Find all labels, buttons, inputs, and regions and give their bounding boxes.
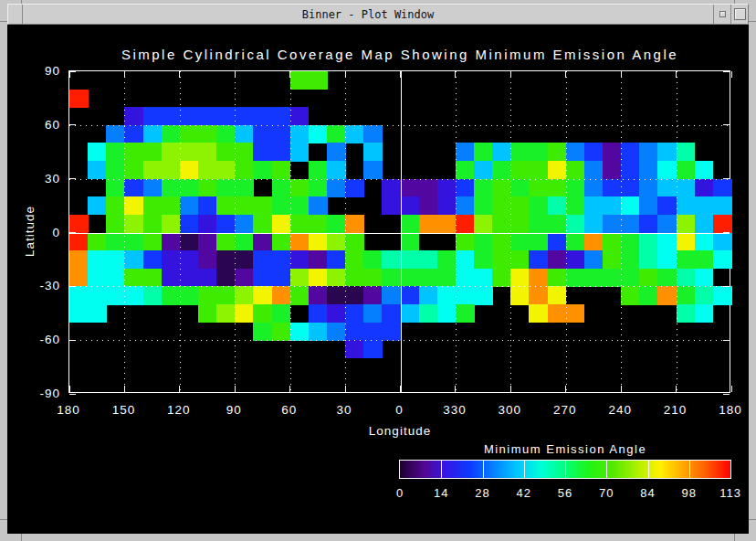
map-cell: [456, 233, 475, 251]
map-cell: [510, 161, 530, 179]
x-tick-label: 300: [499, 403, 522, 417]
map-cell: [548, 250, 567, 269]
map-cell: [639, 179, 658, 197]
map-cell: [548, 196, 567, 215]
map-cell: [198, 125, 217, 143]
map-cell: [677, 143, 696, 161]
frame-corner-mark[interactable]: [749, 21, 756, 22]
map-cell: [162, 179, 181, 197]
y-axis-tick: [723, 340, 730, 341]
map-cell: [235, 107, 254, 125]
map-cell: [290, 250, 310, 269]
map-cell: [529, 250, 548, 269]
map-cell: [272, 107, 291, 125]
map-cell: [529, 143, 548, 161]
map-cell: [713, 179, 732, 197]
y-axis-tick: [69, 394, 76, 395]
frame-corner-mark[interactable]: [21, 534, 22, 541]
map-cell: [124, 250, 143, 269]
map-cell: [124, 286, 143, 304]
colorbar-tick-label: 70: [599, 486, 614, 500]
map-cell: [216, 125, 236, 143]
x-axis-tick: [345, 71, 346, 78]
map-cell: [216, 269, 236, 287]
x-tick-label: 30: [337, 403, 352, 417]
plot-canvas: Simple Cylindrical Coverage Map Showing …: [7, 25, 749, 534]
map-cell: [290, 71, 310, 90]
map-cell: [419, 196, 438, 215]
frame-corner-mark[interactable]: [0, 21, 7, 22]
map-cell: [695, 286, 714, 304]
app-window: Binner - Plot Window Simple Cylindrical …: [0, 0, 756, 541]
map-cell: [657, 215, 677, 233]
map-cell: [695, 179, 714, 197]
map-cell: [456, 215, 475, 233]
map-cell: [272, 304, 291, 323]
map-cell: [492, 196, 511, 215]
map-cell: [401, 196, 420, 215]
map-cell: [309, 323, 328, 341]
map-cell: [437, 215, 457, 233]
map-cell: [327, 215, 346, 233]
map-cell: [235, 215, 254, 233]
x-axis-tick: [510, 71, 511, 78]
window-title: Binner - Plot Window: [23, 5, 713, 24]
map-cell: [290, 269, 310, 287]
map-cell: [235, 179, 254, 197]
y-axis-tick: [69, 286, 76, 287]
map-cell: [309, 250, 328, 269]
map-cell: [382, 286, 401, 304]
map-cell: [584, 269, 604, 287]
map-cell: [198, 286, 217, 304]
x-axis-tick: [455, 386, 456, 392]
colorbar-divider: [606, 461, 607, 478]
map-cell: [657, 161, 677, 179]
frame-corner-mark[interactable]: [749, 519, 756, 520]
map-cell: [566, 304, 585, 323]
y-axis-tick: [69, 124, 76, 125]
x-axis-tick: [731, 386, 732, 392]
map-cell: [162, 269, 181, 287]
titlebar[interactable]: Binner - Plot Window: [7, 4, 749, 25]
map-cell: [198, 143, 217, 161]
x-axis-tick: [676, 386, 677, 392]
y-axis-tick: [723, 71, 730, 72]
map-cell: [584, 161, 604, 179]
map-cell: [657, 196, 677, 215]
map-cell: [235, 304, 254, 323]
x-tick-label: 150: [112, 403, 136, 417]
colorbar-tick-label: 42: [517, 486, 531, 500]
map-cell: [88, 304, 107, 323]
map-cell: [290, 179, 310, 197]
maximize-button[interactable]: [730, 5, 748, 24]
map-cell: [253, 143, 272, 161]
map-cell: [695, 269, 714, 287]
map-cell: [437, 179, 457, 197]
frame-corner-mark[interactable]: [0, 519, 7, 520]
map-cell: [456, 179, 475, 197]
map-cell: [124, 107, 143, 125]
map-cell: [88, 143, 107, 161]
map-cell: [143, 269, 163, 287]
map-cell: [584, 179, 604, 197]
map-cell: [309, 304, 328, 323]
map-cell: [695, 161, 714, 179]
map-cell: [566, 233, 585, 251]
frame-corner-mark[interactable]: [734, 534, 735, 541]
map-cell: [566, 250, 585, 269]
map-cell: [290, 125, 310, 143]
map-cell: [162, 161, 181, 179]
longitude-gridline: [621, 71, 622, 392]
map-cell: [253, 304, 272, 323]
map-cell: [253, 125, 272, 143]
map-cell: [492, 143, 511, 161]
map-cell: [290, 143, 310, 161]
x-tick-label: 90: [226, 403, 242, 417]
x-axis-tick: [676, 71, 677, 78]
map-cell: [143, 286, 163, 304]
minimize-button[interactable]: [713, 5, 730, 24]
latitude-gridline: [69, 340, 730, 341]
minimize-icon: [719, 11, 726, 17]
map-cell: [106, 196, 125, 215]
map-cell: [363, 250, 383, 269]
